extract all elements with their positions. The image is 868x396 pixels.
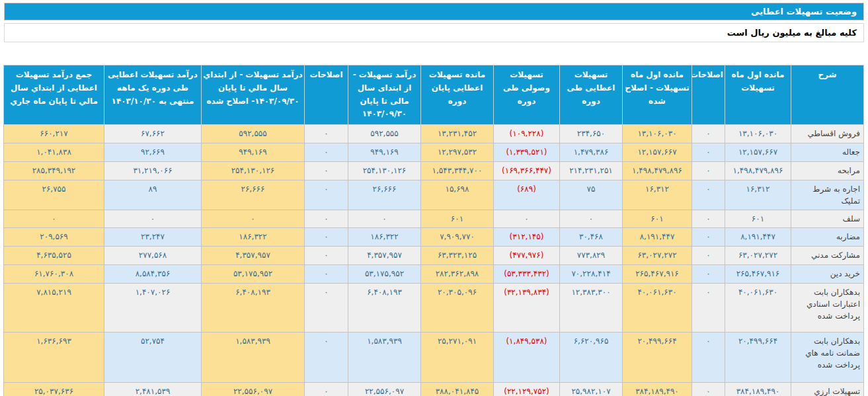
cell-income-ytd: ۶,۴۰۸,۱۹۳ [348, 284, 421, 333]
cell-adjustments: ۰ [692, 125, 725, 143]
table-row: سلف۶۰۱۰۶۰۱۰۰۶۰۱۰۰۰۰۰ [4, 210, 864, 228]
cell-income-one-month: ۵۲,۷۵۴ [104, 333, 202, 383]
cell-income-total: ۴,۶۳۵,۵۲۵ [4, 247, 104, 265]
cell-income-adjustments: ۰ [305, 143, 348, 162]
table-row: جعاله۱۲,۱۵۷,۶۶۷۰۱۲,۱۵۷,۶۶۷۱,۴۷۹,۳۸۶(۱,۳۳… [4, 143, 864, 162]
cell-income-ytd: ۲۵۴,۱۳۰,۱۲۶ [348, 162, 421, 180]
cell-income-ytd: ۱۸۶,۳۲۲ [348, 228, 421, 247]
cell-granted-during-period: ۰ [560, 210, 623, 228]
cell-income-total: ۶۶۰,۲۱۷ [4, 125, 104, 143]
row-label: اجاره به شرط تملیک [791, 180, 864, 210]
cell-collected-during-period: (۶۸۹) [494, 180, 560, 210]
cell-opening-balance-adjusted: ۴۰,۰۶۱,۶۳۰ [623, 284, 692, 333]
cell-collected-during-period: (۱,۳۳۹,۵۲۱) [494, 143, 560, 162]
cell-income-ytd-adjusted: ۹۴۹,۱۶۹ [202, 143, 305, 162]
cell-opening-balance: ۲۶۵,۴۶۷,۹۱۶ [725, 265, 791, 284]
cell-opening-balance: ۸,۱۹۱,۴۴۷ [725, 228, 791, 247]
cell-income-one-month: ۶۷,۶۶۲ [104, 125, 202, 143]
row-label: بدهکاران بابت اعتبارات اسنادي پرداخت شده [791, 284, 864, 333]
cell-adjustments: ۰ [692, 333, 725, 383]
cell-income-ytd-adjusted: ۶,۴۰۸,۱۹۳ [202, 284, 305, 333]
cell-income-adjustments: ۰ [305, 265, 348, 284]
row-label: مرابحه [791, 162, 864, 180]
cell-income-ytd: ۵۹۲,۵۵۵ [348, 125, 421, 143]
cell-income-one-month: ۲,۴۸۱,۵۳۹ [104, 383, 202, 396]
cell-closing-balance: ۱۲,۲۹۷,۵۳۲ [421, 143, 494, 162]
cell-income-one-month: ۰ [104, 210, 202, 228]
cell-adjustments: ۰ [692, 383, 725, 396]
cell-income-total: ۲۶,۷۵۵ [4, 180, 104, 210]
cell-adjustments: ۰ [692, 162, 725, 180]
table-body: فروش اقساطي۱۳,۱۰۶,۰۳۰۰۱۳,۱۰۶,۰۳۰۲۳۴,۶۵۰(… [4, 125, 864, 396]
cell-opening-balance: ۶۰۱ [725, 210, 791, 228]
cell-income-one-month: ۱,۴۰۷,۰۲۶ [104, 284, 202, 333]
cell-income-adjustments: ۰ [305, 162, 348, 180]
cell-closing-balance: ۱,۵۴۳,۳۴۴,۷۰۰ [421, 162, 494, 180]
cell-income-ytd: ۹۴۹,۱۶۹ [348, 143, 421, 162]
cell-income-adjustments: ۰ [305, 383, 348, 396]
cell-opening-balance-adjusted: ۳۸۴,۱۸۹,۴۹۰ [623, 383, 692, 396]
cell-granted-during-period: ۱,۴۷۹,۳۸۶ [560, 143, 623, 162]
cell-income-ytd: ۰ [348, 210, 421, 228]
cell-closing-balance: ۳۸۸,۰۴۱,۸۴۵ [421, 383, 494, 396]
cell-income-ytd-adjusted: ۱,۵۸۳,۹۳۹ [202, 333, 305, 383]
cell-income-adjustments: ۰ [305, 125, 348, 143]
cell-adjustments: ۰ [692, 210, 725, 228]
cell-income-ytd: ۲۲,۵۵۶,۰۹۷ [348, 383, 421, 396]
cell-opening-balance: ۲۰,۴۹۹,۶۶۴ [725, 333, 791, 383]
cell-income-total: ۲۸۵,۳۴۹,۱۹۲ [4, 162, 104, 180]
cell-opening-balance: ۱۲,۱۵۷,۶۶۷ [725, 143, 791, 162]
cell-granted-during-period: ۷۰,۲۲۸,۴۱۴ [560, 265, 623, 284]
cell-income-total: ۰ [4, 210, 104, 228]
cell-adjustments: ۰ [692, 247, 725, 265]
cell-income-ytd: ۴,۳۵۷,۹۵۷ [348, 247, 421, 265]
cell-collected-during-period: (۴۷۷,۹۷۶) [494, 247, 560, 265]
cell-income-ytd-adjusted: ۴,۳۵۷,۹۵۷ [202, 247, 305, 265]
col-header-9: درآمد تسهیلات - از ابتداي سال مالي تا پا… [202, 65, 305, 125]
cell-closing-balance: ۱۵,۶۹۸ [421, 180, 494, 210]
cell-collected-during-period: (۱,۸۴۹,۵۳۸) [494, 333, 560, 383]
cell-income-adjustments: ۰ [305, 247, 348, 265]
cell-closing-balance: ۶۰۱ [421, 210, 494, 228]
facilities-table: شرحمانده اول ماه تسهیلاتاصلاحاتمانده اول… [3, 65, 864, 396]
cell-opening-balance-adjusted: ۱۶,۳۱۲ [623, 180, 692, 210]
cell-opening-balance-adjusted: ۲۶۵,۴۶۷,۹۱۶ [623, 265, 692, 284]
table-row: تسهیلات ارزي۳۸۴,۱۸۹,۴۹۰۰۳۸۴,۱۸۹,۴۹۰۲۵,۹۸… [4, 383, 864, 396]
cell-opening-balance-adjusted: ۶۳,۰۲۷,۲۷۲ [623, 247, 692, 265]
cell-opening-balance-adjusted: ۱,۴۹۸,۴۷۹,۸۹۶ [623, 162, 692, 180]
cell-income-ytd-adjusted: ۲۲,۵۵۶,۰۹۷ [202, 383, 305, 396]
cell-income-total: ۲۰۹,۵۶۹ [4, 228, 104, 247]
cell-granted-during-period: ۲۱۴,۲۳۱,۲۵۱ [560, 162, 623, 180]
cell-adjustments: ۰ [692, 265, 725, 284]
cell-adjustments: ۰ [692, 143, 725, 162]
col-header-6: مانده تسهیلات اعطایی پایان دوره [421, 65, 494, 125]
col-header-10: درآمد تسهیلات اعطایی طی دوره یک ماهه منت… [104, 65, 202, 125]
col-header-1: مانده اول ماه تسهیلات [725, 65, 791, 125]
cell-income-total: ۶۱,۷۶۰,۳۰۸ [4, 265, 104, 284]
cell-opening-balance: ۱,۴۹۸,۴۷۹,۸۹۶ [725, 162, 791, 180]
cell-collected-during-period: (۵۳,۳۳۳,۴۳۲) [494, 265, 560, 284]
col-header-4: تسهیلات اعطایی طی دوره [560, 65, 623, 125]
row-label: فروش اقساطي [791, 125, 864, 143]
cell-granted-during-period: ۶,۶۲۰,۹۶۵ [560, 333, 623, 383]
row-label: تسهیلات ارزي [791, 383, 864, 396]
cell-income-one-month: ۲۷۷,۵۶۸ [104, 247, 202, 265]
cell-granted-during-period: ۱۲,۳۸۳,۳۰۰ [560, 284, 623, 333]
cell-opening-balance-adjusted: ۶۰۱ [623, 210, 692, 228]
table-row: اجاره به شرط تملیک۱۶,۳۱۲۰۱۶,۳۱۲۷۵(۶۸۹)۱۵… [4, 180, 864, 210]
cell-income-ytd-adjusted: ۵۹۲,۵۵۵ [202, 125, 305, 143]
row-label: بدهکاران بابت ضمانت نامه هاي پرداخت شده [791, 333, 864, 383]
table-row: بدهکاران بابت ضمانت نامه هاي پرداخت شده۲… [4, 333, 864, 383]
table-row: مشارکت مدني۶۳,۰۲۷,۲۷۲۰۶۳,۰۲۷,۲۷۲۷۷۳,۸۲۹(… [4, 247, 864, 265]
cell-adjustments: ۰ [692, 228, 725, 247]
cell-opening-balance-adjusted: ۸,۱۹۱,۴۴۷ [623, 228, 692, 247]
cell-income-adjustments: ۰ [305, 180, 348, 210]
table-row: مرابحه۱,۴۹۸,۴۷۹,۸۹۶۰۱,۴۹۸,۴۷۹,۸۹۶۲۱۴,۲۳۱… [4, 162, 864, 180]
cell-income-ytd-adjusted: ۲۶,۶۶۶ [202, 180, 305, 210]
cell-opening-balance: ۶۳,۰۲۷,۲۷۲ [725, 247, 791, 265]
row-label: سلف [791, 210, 864, 228]
report-title-bar: وضعیت تسهیلات اعطایی [4, 3, 864, 20]
cell-income-adjustments: ۰ [305, 284, 348, 333]
cell-adjustments: ۰ [692, 180, 725, 210]
cell-closing-balance: ۶۳,۳۲۳,۱۲۵ [421, 247, 494, 265]
